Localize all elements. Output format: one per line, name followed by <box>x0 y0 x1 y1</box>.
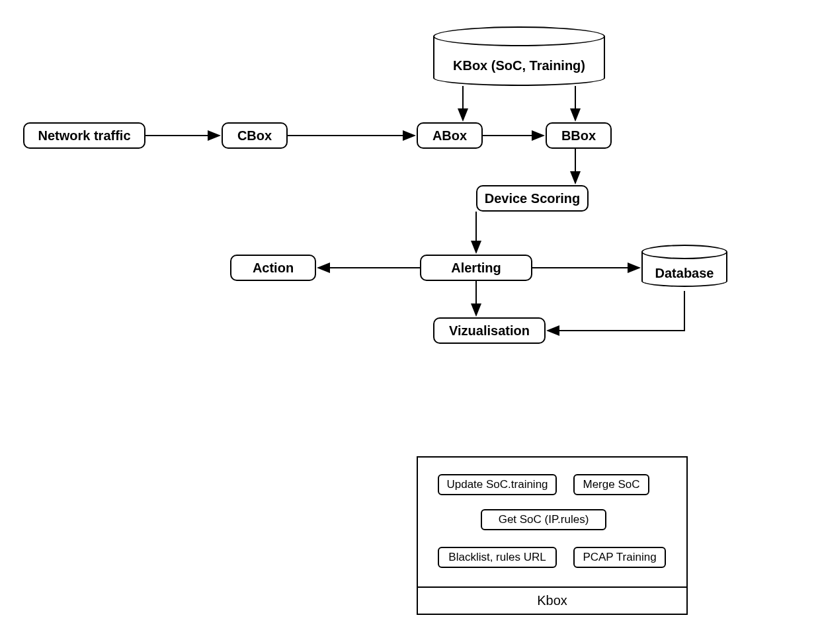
panel-node-blacklist-rules-url: Blacklist, rules URL <box>438 547 557 568</box>
cylinder-kbox: KBox (SoC, Training) <box>433 26 605 86</box>
panel-footer-label: Kbox <box>418 593 686 608</box>
panel-node-get-soc-ip-rules: Get SoC (IP.rules) <box>481 509 606 530</box>
label-blacklist-rules-url: Blacklist, rules URL <box>448 551 546 564</box>
arrows-svg <box>0 0 820 644</box>
panel-node-merge-soc: Merge SoC <box>573 474 649 495</box>
label-cbox: CBox <box>237 128 272 143</box>
node-alerting: Alerting <box>420 255 532 281</box>
node-abox: ABox <box>417 122 483 149</box>
cylinder-database: Database <box>641 245 727 291</box>
label-visualisation: Vizualisation <box>449 323 530 339</box>
label-database: Database <box>641 266 727 281</box>
panel-kbox-detail: Update SoC.training Merge SoC Get SoC (I… <box>417 456 688 615</box>
panel-divider <box>418 586 686 588</box>
label-device-scoring: Device Scoring <box>485 191 581 206</box>
label-pcap-training: PCAP Training <box>583 551 656 564</box>
label-bbox: BBox <box>561 128 596 143</box>
node-bbox: BBox <box>546 122 612 149</box>
node-network-traffic: Network traffic <box>23 122 145 149</box>
node-visualisation: Vizualisation <box>433 317 546 344</box>
label-network-traffic: Network traffic <box>38 128 130 143</box>
label-action: Action <box>253 261 294 276</box>
panel-node-pcap-training: PCAP Training <box>573 547 666 568</box>
panel-node-update-soc-training: Update SoC.training <box>438 474 557 495</box>
label-alerting: Alerting <box>451 261 501 276</box>
node-cbox: CBox <box>222 122 288 149</box>
label-abox: ABox <box>432 128 467 143</box>
label-merge-soc: Merge SoC <box>583 478 640 491</box>
label-update-soc-training: Update SoC.training <box>446 478 548 491</box>
node-action: Action <box>230 255 316 281</box>
node-device-scoring: Device Scoring <box>476 185 589 212</box>
label-kbox-cyl: KBox (SoC, Training) <box>433 58 605 73</box>
label-get-soc-ip-rules: Get SoC (IP.rules) <box>499 513 589 526</box>
